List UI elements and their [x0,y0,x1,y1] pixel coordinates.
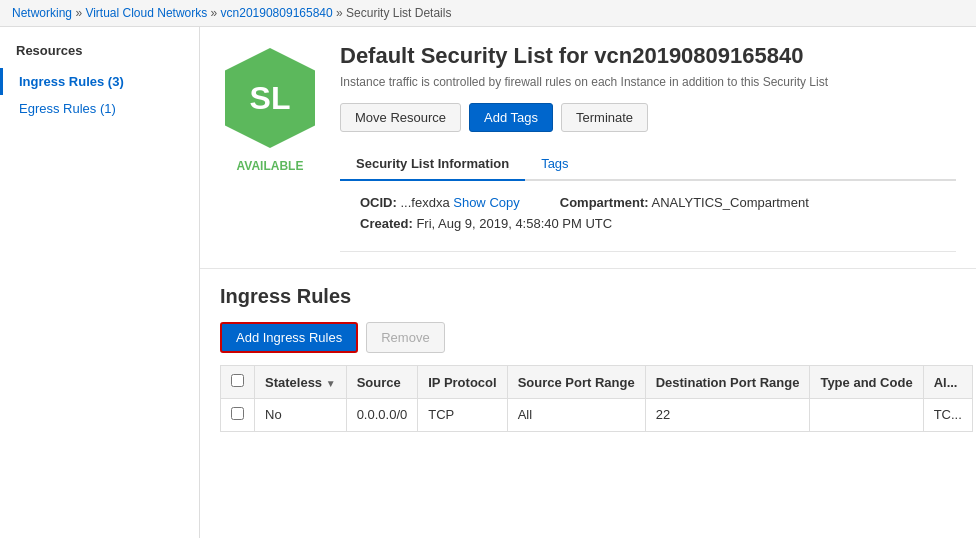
table-row: No 0.0.0.0/0 TCP All 22 TC... [221,399,973,432]
detail-row-ocid: OCID: ...fexdxa Show Copy Compartment: A… [360,195,936,210]
breadcrumb-vcn-link[interactable]: Virtual Cloud Networks [85,6,207,20]
select-all-checkbox[interactable] [231,374,244,387]
row-ip-protocol: TCP [418,399,507,432]
header-destination-port-range: Destination Port Range [645,366,810,399]
sidebar-item-egress[interactable]: Egress Rules (1) [0,95,199,122]
row-source: 0.0.0.0/0 [346,399,418,432]
breadcrumb-networking[interactable]: Networking [12,6,72,20]
ingress-section: Ingress Rules Add Ingress Rules Remove S… [200,269,976,448]
sidebar-title: Resources [0,43,199,68]
detail-row-created: Created: Fri, Aug 9, 2019, 4:58:40 PM UT… [360,216,936,231]
resource-subtitle: Instance traffic is controlled by firewa… [340,75,956,89]
header-source: Source [346,366,418,399]
compartment-label: Compartment: [560,195,649,210]
ocid-show-link[interactable]: Show [453,195,486,210]
table-body: No 0.0.0.0/0 TCP All 22 TC... [221,399,973,432]
created-value: Fri, Aug 9, 2019, 4:58:40 PM UTC [416,216,612,231]
ingress-title: Ingress Rules [220,285,956,308]
table-actions: Add Ingress Rules Remove [220,322,956,353]
tab-tags[interactable]: Tags [525,148,584,181]
add-ingress-rules-button[interactable]: Add Ingress Rules [220,322,358,353]
ocid-label: OCID: [360,195,397,210]
action-buttons: Move Resource Add Tags Terminate [340,103,956,132]
tabs: Security List Information Tags [340,148,956,181]
resource-icon: SL [220,43,320,153]
resource-title: Default Security List for vcn20190809165… [340,43,956,69]
breadcrumb-vcn-id[interactable]: vcn20190809165840 [221,6,333,20]
status-badge: AVAILABLE [237,159,304,173]
header-ip-protocol: IP Protocol [418,366,507,399]
main-layout: Resources Ingress Rules (3) Egress Rules… [0,27,976,538]
header-source-port-range: Source Port Range [507,366,645,399]
content-area: SL AVAILABLE Default Security List for v… [200,27,976,538]
table-header: Stateless ▼ Source IP Protocol Source Po… [221,366,973,399]
created-label: Created: [360,216,413,231]
ocid-value: ...fexdxa [400,195,449,210]
sidebar: Resources Ingress Rules (3) Egress Rules… [0,27,200,538]
resource-header: SL AVAILABLE Default Security List for v… [200,27,976,269]
breadcrumb-sep-3: » [336,6,346,20]
row-checkbox-cell [221,399,255,432]
icon-initials: SL [250,80,291,117]
row-destination-port-range: 22 [645,399,810,432]
tab-content: OCID: ...fexdxa Show Copy Compartment: A… [340,181,956,252]
row-al: TC... [923,399,972,432]
header-checkbox [221,366,255,399]
tab-security-list-info[interactable]: Security List Information [340,148,525,181]
terminate-button[interactable]: Terminate [561,103,648,132]
add-tags-button[interactable]: Add Tags [469,103,553,132]
breadcrumb-current: Security List Details [346,6,451,20]
remove-button[interactable]: Remove [366,322,444,353]
row-type-and-code [810,399,923,432]
row-stateless: No [255,399,347,432]
ocid-copy-link[interactable]: Copy [489,195,519,210]
row-source-port-range: All [507,399,645,432]
sort-arrow-stateless: ▼ [326,378,336,389]
breadcrumb-sep-2: » [211,6,221,20]
header-al: Al... [923,366,972,399]
resource-info: Default Security List for vcn20190809165… [340,43,956,252]
row-checkbox[interactable] [231,407,244,420]
breadcrumb: Networking » Virtual Cloud Networks » vc… [0,0,976,27]
move-resource-button[interactable]: Move Resource [340,103,461,132]
sidebar-item-ingress[interactable]: Ingress Rules (3) [0,68,199,95]
breadcrumb-sep-1: » [75,6,85,20]
compartment-value: ANALYTICS_Compartment [652,195,809,210]
ingress-rules-table: Stateless ▼ Source IP Protocol Source Po… [220,365,973,432]
header-type-and-code: Type and Code [810,366,923,399]
hex-container: SL AVAILABLE [220,43,320,173]
header-stateless: Stateless ▼ [255,366,347,399]
